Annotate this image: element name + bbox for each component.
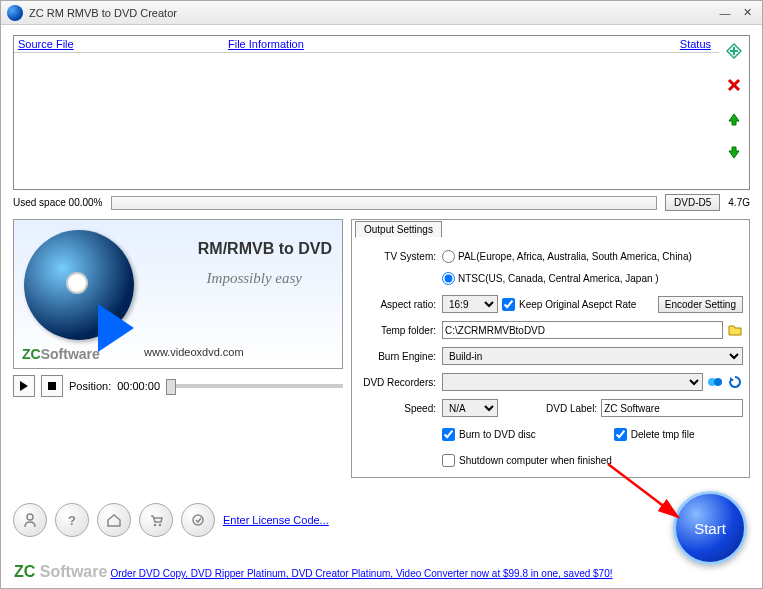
- remove-file-icon[interactable]: [725, 76, 743, 94]
- disc-capacity-text: 4.7G: [728, 197, 750, 208]
- file-list-body[interactable]: [14, 53, 719, 189]
- dvd-label-input[interactable]: [601, 399, 743, 417]
- aspect-ratio-label: Aspect ratio:: [358, 299, 438, 310]
- minimize-button[interactable]: —: [716, 5, 734, 21]
- dvd-label-label: DVD Label:: [546, 403, 597, 414]
- svg-marker-6: [729, 147, 739, 158]
- product-banner: RM/RMVB to DVD Impossibly easy ZCSoftwar…: [13, 219, 343, 369]
- user-icon[interactable]: [13, 503, 47, 537]
- used-space-bar: [111, 196, 658, 210]
- start-button[interactable]: Start: [673, 491, 747, 565]
- burn-engine-label: Burn Engine:: [358, 351, 438, 362]
- recorder-info-icon[interactable]: [707, 374, 723, 390]
- disc-graphic: [18, 224, 148, 354]
- order-link[interactable]: Order DVD Copy, DVD Ripper Platinum, DVD…: [110, 568, 612, 579]
- tab-output-settings[interactable]: Output Settings: [355, 221, 442, 238]
- app-icon: [7, 5, 23, 21]
- tv-pal-radio[interactable]: PAL(Europe, Africa, Australia, South Ame…: [442, 250, 692, 263]
- speed-label: Speed:: [358, 403, 438, 414]
- svg-text:?: ?: [68, 513, 76, 528]
- file-list: Source File File Information Status: [13, 35, 750, 190]
- register-icon[interactable]: [181, 503, 215, 537]
- svg-marker-5: [729, 114, 739, 125]
- encoder-setting-button[interactable]: Encoder Setting: [658, 296, 743, 313]
- col-file-information[interactable]: File Information: [224, 36, 659, 52]
- cart-icon[interactable]: [139, 503, 173, 537]
- col-status[interactable]: Status: [659, 36, 719, 52]
- help-icon[interactable]: ?: [55, 503, 89, 537]
- banner-subtitle: Impossibly easy: [207, 270, 302, 287]
- stop-button[interactable]: [41, 375, 63, 397]
- used-space-label: Used space 00.00%: [13, 197, 103, 208]
- svg-point-10: [714, 378, 722, 386]
- position-label: Position:: [69, 380, 111, 392]
- banner-title: RM/RMVB to DVD: [198, 240, 332, 258]
- svg-point-15: [159, 524, 162, 527]
- temp-folder-input[interactable]: [442, 321, 723, 339]
- window-title: ZC RM RMVB to DVD Creator: [29, 7, 712, 19]
- close-button[interactable]: ✕: [738, 5, 756, 21]
- dvd-recorders-label: DVD Recorders:: [358, 377, 438, 388]
- svg-marker-11: [730, 377, 734, 382]
- add-file-icon[interactable]: [725, 42, 743, 60]
- svg-point-12: [27, 514, 33, 520]
- refresh-icon[interactable]: [727, 374, 743, 390]
- col-source-file[interactable]: Source File: [14, 36, 224, 52]
- footer-brand: ZC Software: [14, 563, 107, 580]
- svg-rect-8: [48, 382, 56, 390]
- browse-folder-icon[interactable]: [727, 322, 743, 338]
- keep-aspect-checkbox[interactable]: Keep Original Asepct Rate: [502, 298, 636, 311]
- dvd-recorders-select[interactable]: [442, 373, 703, 391]
- tv-ntsc-radio[interactable]: NTSC(US, Canada, Central America, Japan …: [442, 272, 659, 285]
- shutdown-checkbox[interactable]: Shutdown computer when finished: [442, 454, 612, 467]
- enter-license-link[interactable]: Enter License Code...: [223, 514, 329, 526]
- move-up-icon[interactable]: [725, 110, 743, 128]
- svg-point-16: [193, 515, 203, 525]
- delete-tmp-checkbox[interactable]: Delete tmp file: [614, 428, 695, 441]
- svg-marker-7: [20, 381, 28, 391]
- tv-system-label: TV System:: [358, 251, 438, 262]
- burn-engine-select[interactable]: Build-in: [442, 347, 743, 365]
- brand-url: www.videoxdvd.com: [144, 346, 244, 358]
- move-down-icon[interactable]: [725, 144, 743, 162]
- brand-logo: ZCSoftware: [22, 346, 100, 362]
- position-slider[interactable]: [166, 384, 343, 388]
- position-value: 00:00:00: [117, 380, 160, 392]
- output-settings-panel: Output Settings TV System: PAL(Europe, A…: [351, 219, 750, 478]
- svg-point-14: [154, 524, 157, 527]
- temp-folder-label: Temp folder:: [358, 325, 438, 336]
- speed-select[interactable]: N/A: [442, 399, 498, 417]
- aspect-ratio-select[interactable]: 16:9: [442, 295, 498, 313]
- play-button[interactable]: [13, 375, 35, 397]
- disc-capacity-button[interactable]: DVD-D5: [665, 194, 720, 211]
- titlebar: ZC RM RMVB to DVD Creator — ✕: [1, 1, 762, 25]
- home-icon[interactable]: [97, 503, 131, 537]
- burn-to-disc-checkbox[interactable]: Burn to DVD disc: [442, 428, 536, 441]
